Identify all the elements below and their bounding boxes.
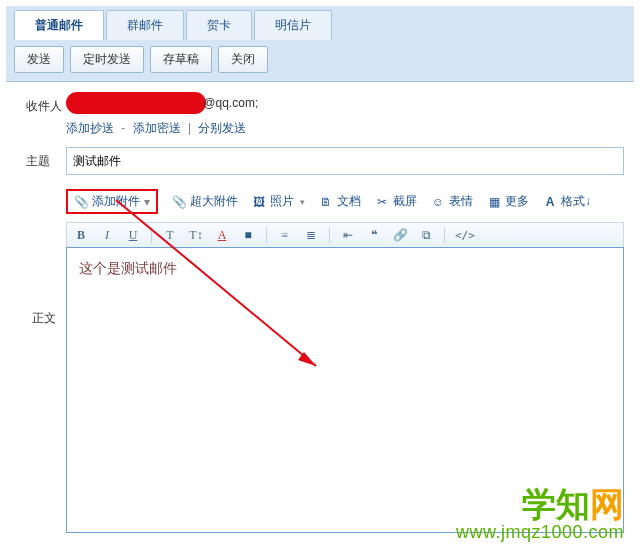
large-attachment-label: 超大附件 [190,193,238,210]
add-cc-link[interactable]: 添加抄送 [66,121,114,135]
paperclip-icon: 📎 [172,195,186,209]
recipient-links: 添加抄送 - 添加密送 | 分别发送 [66,120,624,137]
attachment-toolbar: 📎 添加附件 ▾ 📎超大附件 🖼照片▾ 🗎文档 ✂截屏 ☺表情 ▦更多 A格式↓ [6,185,634,222]
emoji-label: 表情 [449,193,473,210]
format-label: 格式↓ [561,193,591,210]
toolbar-separator [151,227,152,243]
format-button[interactable]: A格式↓ [543,193,591,210]
emoji-button[interactable]: ☺表情 [431,193,473,210]
header-area: 普通邮件 群邮件 贺卡 明信片 发送 定时发送 存草稿 关闭 [6,6,634,82]
font-color-button[interactable]: A [214,228,230,243]
screenshot-label: 截屏 [393,193,417,210]
send-button[interactable]: 发送 [14,46,64,73]
sep-pipe: | [185,121,195,135]
watermark: 学知网 www.jmqz1000.com [456,487,624,541]
add-attachment-label: 添加附件 [92,193,140,210]
quote-button[interactable]: ❝ [366,228,382,243]
bold-button[interactable]: B [73,228,89,243]
link-button[interactable]: 🔗 [392,228,408,243]
timed-send-button[interactable]: 定时发送 [70,46,144,73]
document-label: 文档 [337,193,361,210]
align-button[interactable]: ≡ [277,228,293,243]
add-bcc-link[interactable]: 添加密送 [133,121,181,135]
scissors-icon: ✂ [375,195,389,209]
bg-color-button[interactable]: ■ [240,228,256,243]
photo-button[interactable]: 🖼照片▾ [252,193,305,210]
compose-tabs: 普通邮件 群邮件 贺卡 明信片 [6,6,634,40]
tab-greeting-card[interactable]: 贺卡 [186,10,252,40]
body-text: 这个是测试邮件 [79,260,177,276]
document-icon: 🗎 [319,195,333,209]
sep-dash: - [118,121,129,135]
document-button[interactable]: 🗎文档 [319,193,361,210]
underline-button[interactable]: U [125,228,141,243]
save-draft-button[interactable]: 存草稿 [150,46,212,73]
smile-icon: ☺ [431,195,445,209]
recipient-suffix: @qq.com; [203,96,258,110]
italic-button[interactable]: I [99,228,115,243]
add-attachment-button[interactable]: 📎 添加附件 ▾ [66,189,158,214]
indent-button[interactable]: ⇤ [340,228,356,243]
watermark-url: www.jmqz1000.com [456,523,624,541]
recipient-label: 收件人 [26,92,66,115]
photo-label: 照片 [270,193,294,210]
font-icon: A [543,195,557,209]
chevron-down-icon: ▾ [300,197,305,207]
image-button[interactable]: ⧉ [418,228,434,243]
tab-normal-mail[interactable]: 普通邮件 [14,10,104,40]
toolbar-separator [266,227,267,243]
recipient-row: 收件人 @qq.com; 添加抄送 - 添加密送 | 分别发送 [26,92,624,137]
body-label: 正文 [32,310,56,327]
watermark-text-1b: 网 [590,485,624,523]
font-size-button[interactable]: T [162,228,178,243]
photo-icon: 🖼 [252,195,266,209]
subject-input[interactable] [66,147,624,175]
font-size2-button[interactable]: T↕ [188,228,204,243]
paperclip-icon: 📎 [74,195,88,209]
compose-form: 收件人 @qq.com; 添加抄送 - 添加密送 | 分别发送 主题 [6,82,634,175]
source-button[interactable]: </> [455,229,475,242]
subject-label: 主题 [26,147,66,170]
separate-send-link[interactable]: 分别发送 [198,121,246,135]
more-label: 更多 [505,193,529,210]
more-button[interactable]: ▦更多 [487,193,529,210]
screenshot-button[interactable]: ✂截屏 [375,193,417,210]
close-button[interactable]: 关闭 [218,46,268,73]
toolbar-separator [329,227,330,243]
grid-icon: ▦ [487,195,501,209]
tab-group-mail[interactable]: 群邮件 [106,10,184,40]
add-attachment-dropdown[interactable]: ▾ [144,195,150,209]
large-attachment-button[interactable]: 📎超大附件 [172,193,238,210]
recipient-redacted [66,92,206,114]
toolbar-separator [444,227,445,243]
action-buttons: 发送 定时发送 存草稿 关闭 [6,40,634,81]
watermark-text-1a: 学知 [522,485,590,523]
subject-row: 主题 [26,147,624,175]
tab-postcard[interactable]: 明信片 [254,10,332,40]
list-button[interactable]: ≣ [303,228,319,243]
editor-toolbar: B I U T T↕ A ■ ≡ ≣ ⇤ ❝ 🔗 ⧉ </> [66,222,624,247]
